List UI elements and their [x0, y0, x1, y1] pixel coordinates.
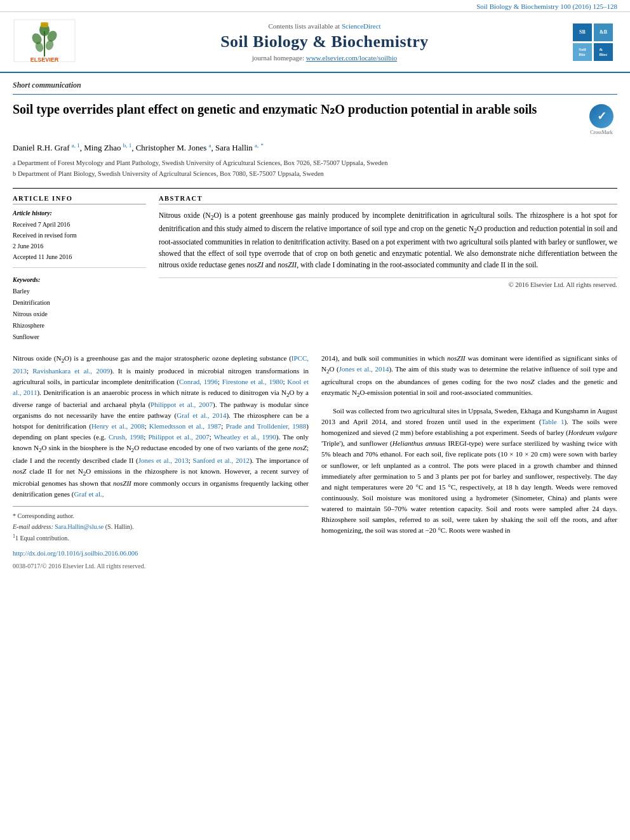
copyright-line: © 2016 Elsevier Ltd. All rights reserved… [159, 277, 617, 288]
article-info-panel: ARTICLE INFO Article history: Received 7… [13, 195, 146, 343]
crossmark-icon: ✓ [589, 104, 613, 128]
ref-jones2013[interactable]: Jones et al., 2013 [138, 457, 189, 464]
keyword-2: Denitrification [13, 297, 146, 309]
affiliation-a: a Department of Forest Mycology and Plan… [13, 158, 617, 169]
author-list: Daniel R.H. Graf a, 1, Ming Zhao b, 1, C… [13, 142, 617, 154]
main-content: Short communication Soil type overrides … [0, 73, 630, 571]
journal-reference-bar: Soil Biology & Biochemistry 100 (2016) 1… [0, 0, 630, 12]
article-info-abstract: ARTICLE INFO Article history: Received 7… [13, 188, 617, 343]
email-label: E-mail address: [13, 523, 53, 530]
ref-jones2014[interactable]: Jones et al., 2014 [339, 365, 389, 373]
ref-philippot2[interactable]: Philippot et al., 2007 [148, 433, 209, 441]
email-link[interactable]: Sara.Hallin@slu.se [55, 523, 104, 530]
logo-cell-soil: SoilBio [573, 43, 592, 61]
received-date: Received 7 April 2016 [13, 219, 146, 230]
logo-cell-sb: SB [573, 23, 592, 41]
keyword-1: Barley [13, 286, 146, 297]
body-para-1: Nitrous oxide (N2O) is a greenhouse gas … [13, 353, 309, 500]
article-title-section: Soil type overrides plant effect on gene… [13, 101, 617, 135]
keywords-group: Keywords: Barley Denitrification Nitrous… [13, 274, 146, 343]
affiliation-b: b Department of Plant Biology, Swedish U… [13, 169, 617, 180]
body-section: Nitrous oxide (N2O) is a greenhouse gas … [13, 353, 617, 571]
ref-graf-et-al[interactable]: Graf et al., [74, 490, 104, 498]
affiliations: a Department of Forest Mycology and Plan… [13, 158, 617, 180]
crossmark[interactable]: ✓ CrossMark [586, 104, 617, 135]
journal-logo: SB &B SoilBio &Bioc [573, 23, 617, 61]
article-title: Soil type overrides plant effect on gene… [13, 101, 573, 117]
journal-header: ELSEVIER Contents lists available at Sci… [0, 12, 630, 73]
article-info-header: ARTICLE INFO [13, 195, 146, 204]
abstract-header: ABSTRACT [159, 195, 617, 204]
svg-text:ELSEVIER: ELSEVIER [30, 57, 59, 63]
homepage-link[interactable]: www.elsevier.com/locate/soilbio [306, 54, 397, 62]
sciencedirect-line: Contents lists available at ScienceDirec… [89, 22, 560, 30]
keyword-4: Rhizosphere [13, 320, 146, 331]
logo-cell-bio: &Bioc [594, 43, 613, 61]
revised-date: Received in revised form [13, 230, 146, 241]
body-col-right: 2014), and bulk soil communities in whic… [321, 353, 617, 571]
journal-homepage: journal homepage: www.elsevier.com/locat… [89, 54, 560, 62]
journal-title-area: Contents lists available at ScienceDirec… [89, 22, 560, 62]
ref-table1[interactable]: Table 1 [541, 418, 564, 425]
abstract-panel: ABSTRACT Nitrous oxide (N2O) is a potent… [159, 195, 617, 343]
journal-title: Soil Biology & Biochemistry [89, 32, 560, 51]
ref-wheatley[interactable]: Wheatley et al., 1990 [214, 433, 276, 441]
doi-link[interactable]: http://dx.doi.org/10.1016/j.soilbio.2016… [13, 548, 309, 559]
elsevier-logo: ELSEVIER [13, 18, 76, 65]
ref-ravishankara[interactable]: Ravishankara et al., 2009 [32, 367, 110, 375]
ref-conrad[interactable]: Conrad, 1996 [179, 378, 218, 385]
keyword-3: Nitrous oxide [13, 309, 146, 320]
ref-sanford[interactable]: Sanford et al., 2012 [193, 457, 250, 464]
email-suffix: (S. Hallin). [105, 523, 134, 530]
ref-henry2008[interactable]: Henry et al., 2008 [91, 422, 145, 430]
body-para-right-1: 2014), and bulk soil communities in whic… [321, 353, 617, 399]
accepted-date: Accepted 11 June 2016 [13, 251, 146, 262]
corresponding-note: * Corresponding author. [13, 510, 309, 521]
body-col-left: Nitrous oxide (N2O) is a greenhouse gas … [13, 353, 309, 571]
ref-philippot2007[interactable]: Philippot et al., 2007 [151, 401, 213, 408]
ref-firestone[interactable]: Firestone et al., 1980 [222, 378, 283, 385]
email-note: E-mail address: Sara.Hallin@slu.se (S. H… [13, 521, 309, 532]
ref-graf2014[interactable]: Graf et al., 2014 [177, 411, 226, 419]
logo-cell-b: &B [594, 23, 613, 41]
issn-line: 0038-0717/© 2016 Elsevier Ltd. All right… [13, 561, 309, 571]
footnote-section: * Corresponding author. E-mail address: … [13, 506, 309, 571]
body-para-right-2: Soil was collected from two agricultural… [321, 406, 617, 536]
crossmark-text: CrossMark [590, 130, 613, 135]
history-group: Received 7 April 2016 Received in revise… [13, 219, 146, 268]
keyword-5: Sunflower [13, 331, 146, 343]
journal-reference: Soil Biology & Biochemistry 100 (2016) 1… [476, 3, 617, 10]
svg-rect-7 [41, 22, 48, 27]
ref-crush[interactable]: Crush, 1998 [109, 433, 144, 441]
history-label: Article history: [13, 210, 146, 217]
article-type-label: Short communication [13, 73, 617, 95]
equal-contribution-note: 11 Equal contribution. [13, 532, 309, 543]
sciencedirect-link[interactable]: ScienceDirect [342, 22, 381, 30]
abstract-text: Nitrous oxide (N2O) is a potent greenhou… [159, 210, 617, 270]
ref-klemedtsson[interactable]: Klemedtsson et al., 1987 [149, 422, 222, 430]
keywords-label: Keywords: [13, 274, 146, 286]
ref-prade[interactable]: Prade and Trolldenier, 1988 [226, 422, 307, 430]
revised-date-2: 2 June 2016 [13, 241, 146, 251]
